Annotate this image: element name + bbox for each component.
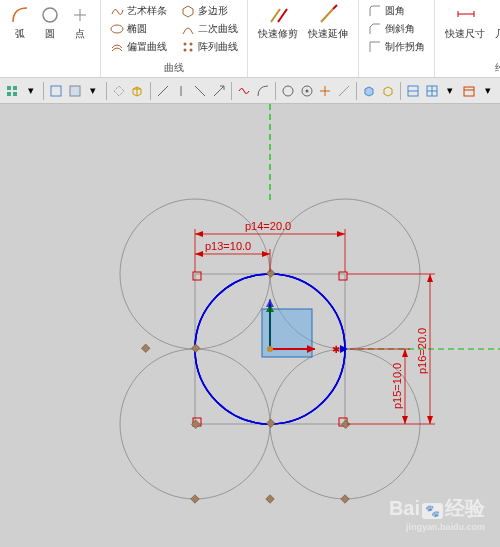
tb-cube-icon[interactable]	[129, 81, 146, 101]
dim-p15-text: p15=10.0	[391, 363, 403, 409]
sketch-svg: ✱ p14=20.0	[0, 104, 500, 547]
conic-button[interactable]: 二次曲线	[178, 21, 241, 37]
svg-point-31	[305, 89, 308, 92]
svg-rect-40	[464, 87, 474, 96]
svg-rect-55	[266, 419, 274, 427]
conic-icon	[181, 22, 195, 36]
svg-marker-47	[266, 299, 274, 307]
tb-diag-icon[interactable]	[192, 81, 209, 101]
chamfer-button[interactable]: 倒斜角	[365, 21, 428, 37]
svg-rect-59	[191, 495, 199, 503]
pattern-curve-button[interactable]: 阵列曲线	[178, 39, 241, 55]
corner-icon	[368, 40, 382, 54]
trim-icon	[268, 5, 288, 25]
group-title-corner	[365, 64, 428, 75]
svg-marker-75	[427, 416, 433, 424]
tb-table-icon[interactable]	[405, 81, 422, 101]
svg-line-34	[339, 86, 349, 96]
svg-rect-49	[193, 272, 201, 280]
arc-button[interactable]: 弧	[6, 3, 34, 43]
polygon-icon	[181, 4, 195, 18]
tb-wave-icon[interactable]	[236, 81, 253, 101]
tb-diag2-icon[interactable]	[336, 81, 353, 101]
tb-select-icon[interactable]	[48, 81, 65, 101]
ribbon-group-corner: 圆角 倒斜角 制作拐角	[359, 0, 435, 77]
tb-dropdown2-icon[interactable]: ▾	[85, 81, 102, 101]
tb-cube2-icon[interactable]	[361, 81, 378, 101]
tb-cal-icon[interactable]	[461, 81, 478, 101]
group-title-constraint: 约束	[441, 61, 500, 75]
svg-point-7	[184, 49, 187, 52]
fillet-button[interactable]: 圆角	[365, 3, 428, 19]
svg-rect-21	[7, 92, 11, 96]
geo-constraint-button[interactable]: 几何约束	[491, 3, 500, 43]
svg-point-3	[111, 25, 123, 33]
ribbon-group-edit: 快速修剪 快速延伸	[248, 0, 359, 77]
svg-marker-25	[114, 86, 124, 96]
ellipse-button[interactable]: 椭圆	[107, 21, 170, 37]
ribbon: 弧 圆 点 艺术样条 椭圆 偏置曲线 多边形 二次曲线 阵列曲线	[0, 0, 500, 78]
paw-icon: 🐾	[422, 503, 443, 519]
svg-line-11	[321, 9, 333, 22]
rapid-dim-button[interactable]: 快速尺寸	[441, 3, 489, 43]
tb-poly-icon[interactable]	[111, 81, 128, 101]
tb-arrow-icon[interactable]	[210, 81, 227, 101]
svg-line-26	[158, 86, 168, 96]
arc-icon	[10, 5, 30, 25]
vertices	[141, 269, 349, 503]
svg-point-29	[283, 86, 293, 96]
dim-p14-text: p14=20.0	[245, 220, 291, 232]
triad-x-marker: ✱	[332, 344, 340, 355]
svg-rect-24	[70, 86, 80, 96]
tb-dropdown3-icon[interactable]: ▾	[442, 81, 459, 101]
svg-rect-50	[339, 272, 347, 280]
tb-line-icon[interactable]	[155, 81, 172, 101]
tb-dropdown4-icon[interactable]: ▾	[479, 81, 496, 101]
spline-icon	[110, 4, 124, 18]
tb-vline-icon[interactable]	[173, 81, 190, 101]
art-spline-button[interactable]: 艺术样条	[107, 3, 170, 19]
circle-icon	[40, 5, 60, 25]
ribbon-group-constraint: 快速尺寸 几何约束 设 约束	[435, 0, 500, 77]
tb-cube3-icon[interactable]	[380, 81, 397, 101]
point-button[interactable]: 点	[66, 3, 94, 43]
tb-select2-icon[interactable]	[67, 81, 84, 101]
offset-curve-button[interactable]: 偏置曲线	[107, 39, 170, 55]
tb-table2-icon[interactable]	[424, 81, 441, 101]
sketch-canvas[interactable]: ✱ p14=20.0	[0, 104, 500, 547]
svg-marker-79	[402, 416, 408, 424]
svg-rect-23	[51, 86, 61, 96]
watermark: Bai🐾经验 jingyan.baidu.com	[389, 495, 485, 532]
quick-extend-button[interactable]: 快速延伸	[304, 3, 352, 43]
tb-grid-icon[interactable]	[4, 81, 21, 101]
svg-rect-61	[266, 495, 274, 503]
tb-plus-icon[interactable]	[317, 81, 334, 101]
svg-marker-4	[183, 6, 193, 17]
tb-curve-icon[interactable]	[254, 81, 271, 101]
svg-marker-65	[195, 231, 203, 237]
extend-icon	[318, 5, 338, 25]
svg-rect-53	[191, 344, 199, 352]
polygon-button[interactable]: 多边形	[178, 3, 241, 19]
circle-button[interactable]: 圆	[36, 3, 64, 43]
dimension-p13[interactable]: p13=10.0	[195, 240, 270, 272]
quick-trim-button[interactable]: 快速修剪	[254, 3, 302, 43]
tb-target-icon[interactable]	[298, 81, 315, 101]
group-title-empty	[6, 64, 94, 75]
svg-marker-78	[402, 349, 408, 357]
svg-marker-69	[195, 251, 203, 257]
svg-point-5	[184, 43, 187, 46]
tb-dropdown-icon[interactable]: ▾	[23, 81, 40, 101]
triad-arrow-blue	[340, 345, 348, 353]
group-title-edit	[254, 64, 352, 75]
svg-line-28	[195, 86, 205, 96]
make-corner-button[interactable]: 制作拐角	[365, 39, 428, 55]
dim-p13-text: p13=10.0	[205, 240, 251, 252]
secondary-toolbar: ▾ ▾ ▾ ▾	[0, 78, 500, 104]
dimension-p15[interactable]: p15=10.0	[350, 349, 410, 424]
pattern-icon	[181, 40, 195, 54]
dim-p16-text: p16=20.0	[416, 328, 428, 374]
svg-line-12	[333, 5, 337, 9]
svg-point-6	[190, 43, 193, 46]
tb-ring-icon[interactable]	[280, 81, 297, 101]
